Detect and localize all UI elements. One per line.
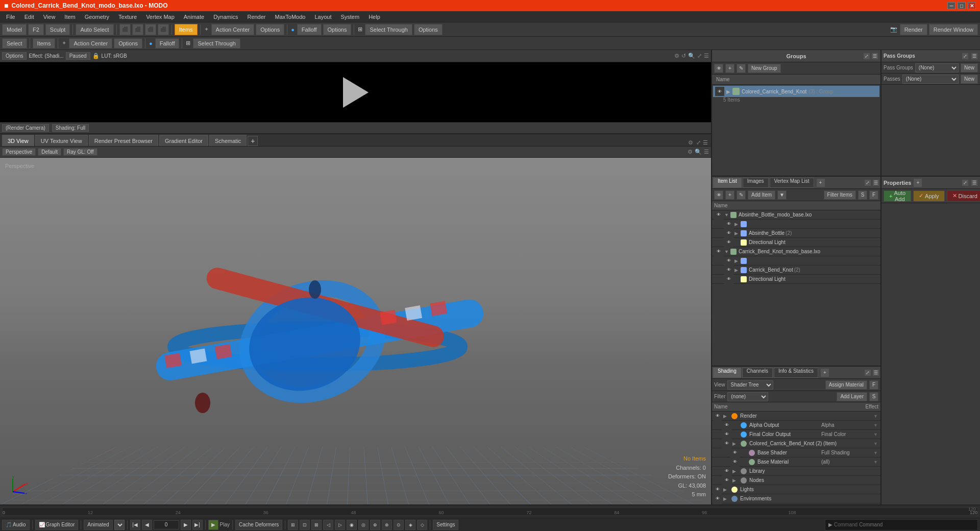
group-expand-icon[interactable]: ▶ — [726, 89, 730, 94]
bb-btn-8[interactable]: ⊕ — [370, 520, 380, 530]
passes-select[interactable]: (None) — [902, 75, 959, 84]
list-item[interactable]: 👁 ▶ Directional Light — [712, 238, 880, 247]
sh-eye-9[interactable]: 👁 — [713, 485, 722, 494]
tab-gradient-editor[interactable]: Gradient Editor — [159, 135, 208, 146]
pg-expand-button[interactable]: ⤢ — [962, 53, 969, 60]
sh-eye-2[interactable]: 👁 — [722, 421, 731, 430]
render-window-button[interactable]: Render Window — [929, 24, 978, 35]
groups-menu-button[interactable]: ☰ — [871, 53, 878, 60]
il-expand-6[interactable]: ▶ — [734, 258, 740, 263]
render-options-button[interactable]: Options — [2, 52, 27, 60]
il-s-button[interactable]: S — [858, 190, 867, 200]
sh-expand-4[interactable]: ▶ — [732, 441, 740, 446]
list-item[interactable]: 👁 ▶ — [712, 220, 880, 229]
il-eye-icon[interactable]: 👁 — [714, 190, 723, 200]
animated-button[interactable]: Animated — [84, 520, 112, 530]
list-item[interactable]: 👁 ▶ Directional Light — [712, 275, 880, 284]
groups-remove-icon[interactable]: ✎ — [737, 64, 746, 73]
bb-btn-5[interactable]: ▷ — [335, 520, 345, 530]
render-paused-button[interactable]: Paused — [66, 52, 90, 60]
select-through-sel-button[interactable]: Select Through — [193, 38, 240, 49]
tab-info-statistics[interactable]: Info & Statistics — [774, 368, 818, 378]
menu-vertex-map[interactable]: Vertex Map — [142, 13, 179, 21]
list-item[interactable]: 👁 ▶ — [712, 256, 880, 266]
shader-row[interactable]: 👁 ▶ Colored_Carrick_Bend_Knot (2) (Item)… — [712, 439, 880, 448]
menu-view[interactable]: View — [39, 13, 60, 21]
timeline-ruler[interactable]: 0 12 24 36 48 60 72 84 96 108 120 — [2, 508, 978, 516]
select-through-button[interactable]: Select Through — [365, 24, 412, 35]
falloff-button[interactable]: Falloff — [297, 24, 322, 35]
item-list-content[interactable]: 👁 ▼ Absinthe_Bottle_modo_base.lxo 👁 ▶ 👁 … — [712, 210, 880, 366]
items-sel-button[interactable]: Items — [33, 38, 56, 49]
filter-items-button[interactable]: Filter Items — [824, 190, 856, 200]
bb-btn-1[interactable]: ⊞ — [288, 520, 298, 530]
bb-btn-6[interactable]: ◉ — [347, 520, 357, 530]
il-expand-5[interactable]: ▼ — [724, 249, 729, 254]
il-eye-4[interactable]: 👁 — [724, 238, 733, 247]
select-button[interactable]: Select — [2, 38, 27, 49]
sh-eye-7[interactable]: 👁 — [722, 467, 731, 476]
sh-eye-8[interactable]: 👁 — [722, 476, 731, 485]
mode-btn-2[interactable]: ⬛ — [132, 24, 143, 35]
sh-expand-9[interactable]: ▶ — [723, 487, 730, 492]
falloff-sel-button[interactable]: Falloff — [155, 38, 180, 49]
tab-channels[interactable]: Channels — [742, 368, 773, 378]
il-add-icon[interactable]: + — [725, 190, 734, 200]
properties-expand-button[interactable]: ⤢ — [962, 179, 969, 186]
group-row[interactable]: 👁 ▶ Colored_Carrick_Bend_Knot (3) : Grou… — [713, 86, 879, 97]
tab-3d-view[interactable]: 3D View — [2, 135, 34, 146]
itemlist-menu-button[interactable]: ☰ — [872, 179, 879, 186]
maximize-button[interactable]: □ — [958, 2, 966, 9]
passes-new-button[interactable]: New — [961, 75, 978, 84]
transport-next-frame[interactable]: ▶ — [181, 520, 191, 530]
animated-select[interactable]: ▼ — [114, 520, 125, 530]
f2-button[interactable]: F2 — [28, 24, 44, 35]
render-camera-button[interactable]: (Render Camera) — [2, 124, 49, 132]
cache-deformers-button[interactable]: Cache Deformers — [235, 520, 282, 530]
auto-select-button[interactable]: Auto Select — [76, 24, 113, 35]
command-input[interactable] — [859, 522, 974, 527]
add-item-button[interactable]: Add Item — [748, 190, 775, 200]
bb-btn-10[interactable]: ⊙ — [394, 520, 404, 530]
options3-button[interactable]: Options — [414, 24, 443, 35]
render-shading-button[interactable]: Shading: Full — [52, 124, 89, 132]
itemlist-expand-button[interactable]: ⤢ — [864, 179, 871, 186]
action-center-button[interactable]: Action Center — [211, 24, 255, 35]
sh-eye-10[interactable]: 👁 — [713, 494, 722, 503]
groups-expand-button[interactable]: ⤢ — [863, 53, 870, 60]
pass-groups-select[interactable]: (None) — [915, 63, 959, 73]
shader-row[interactable]: 👁 ▶ Environments — [712, 494, 880, 503]
graph-editor-button[interactable]: 📈 Graph Editor — [35, 520, 79, 530]
il-expand-3[interactable]: ▶ — [734, 231, 740, 236]
il-remove-icon[interactable]: ✎ — [737, 190, 746, 200]
groups-add-icon[interactable]: + — [725, 64, 734, 73]
menu-system[interactable]: System — [336, 13, 363, 21]
sh-eye-5[interactable]: 👁 — [730, 448, 740, 457]
new-group-button[interactable]: New Group — [748, 64, 781, 73]
tab-uv-texture[interactable]: UV Texture View — [35, 135, 88, 146]
transport-goto-end[interactable]: ▶| — [192, 520, 203, 530]
shading-content[interactable]: 👁 ▶ Render ▼ 👁 Alpha Output Alpha ▼ — [712, 412, 880, 504]
menu-layout[interactable]: Layout — [310, 13, 335, 21]
list-item[interactable]: 👁 ▶ Carrick_Bend_Knot (2) — [712, 266, 880, 275]
sh-expand-10[interactable]: ▶ — [723, 496, 730, 501]
il-eye-3[interactable]: 👁 — [724, 229, 733, 238]
list-item[interactable]: 👁 ▼ Carrick_Bend_Knot_modo_base.lxo — [712, 247, 880, 256]
3d-viewport-canvas[interactable]: No Items Channels: 0 Deformers: ON GL: 4… — [0, 158, 711, 504]
list-item[interactable]: 👁 ▶ Absinthe_Bottle (2) — [712, 229, 880, 238]
sculpt-button[interactable]: Sculpt — [45, 24, 70, 35]
il-eye-7[interactable]: 👁 — [724, 266, 733, 275]
menu-texture[interactable]: Texture — [114, 13, 141, 21]
pg-menu-button[interactable]: ☰ — [971, 53, 978, 60]
bb-btn-3[interactable]: ⊠ — [311, 520, 322, 530]
shader-row[interactable]: 👁 Base Material (all) ▼ — [712, 457, 880, 467]
il-eye-8[interactable]: 👁 — [724, 275, 733, 284]
shading-menu-button[interactable]: ☰ — [872, 369, 879, 376]
menu-dynamics[interactable]: Dynamics — [209, 13, 242, 21]
discard-button[interactable]: ✕ Discard — [947, 190, 980, 202]
il-eye-2[interactable]: 👁 — [724, 220, 733, 229]
sh-expand-7[interactable]: ▶ — [732, 469, 740, 474]
assign-material-button[interactable]: Assign Material — [825, 380, 867, 390]
menu-animate[interactable]: Animate — [180, 13, 208, 21]
tab-schematic[interactable]: Schematic — [209, 135, 247, 146]
